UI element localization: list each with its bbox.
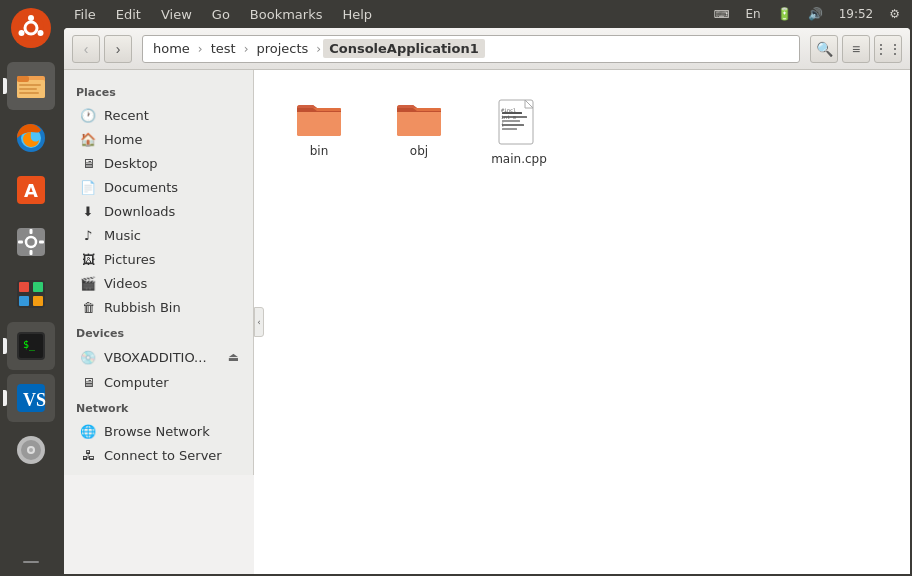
breadcrumb-home[interactable]: home [147,39,196,58]
svg-rect-23 [33,282,43,292]
software-center-button[interactable]: A [7,166,55,214]
dock-bottom-icon [21,547,41,567]
vbox-icon: 💿 [80,349,96,365]
menu-file[interactable]: File [70,5,100,24]
firefox-icon [13,120,49,156]
vs-active-indicator [3,390,7,406]
svg-rect-39 [502,120,520,122]
settings-button[interactable] [7,218,55,266]
rubbish-icon: 🗑 [80,299,96,315]
terminal-button[interactable]: $_ [7,322,55,370]
sidebar-item-music[interactable]: ♪ Music [64,223,253,247]
downloads-icon: ⬇ [80,203,96,219]
content-area: Places 🕐 Recent 🏠 Home 🖥 Desktop 📄 [64,70,910,574]
menu-bookmarks[interactable]: Bookmarks [246,5,327,24]
language-indicator: En [741,5,764,23]
network-header: Network [64,394,253,419]
svg-rect-41 [502,128,517,130]
address-bar: home › test › projects › ConsoleApplicat… [142,35,800,63]
sidebar: Places 🕐 Recent 🏠 Home 🖥 Desktop 📄 [64,70,254,475]
volume-icon: 🔊 [804,5,827,23]
breadcrumb-sep-3: › [316,42,321,56]
obj-folder-icon [395,98,443,138]
svg-rect-19 [18,241,23,244]
breadcrumb-current[interactable]: ConsoleApplication1 [323,39,485,58]
documents-label: Documents [104,180,241,195]
svg-rect-40 [502,124,524,126]
devices-header: Devices [64,319,253,344]
obj-label: obj [410,144,428,158]
view-grid-button[interactable]: ⋮⋮ [874,35,902,63]
application-dock: A $_ [0,0,62,576]
svg-text:VS: VS [23,390,46,410]
toolbar-right: 🔍 ≡ ⋮⋮ [810,35,902,63]
settings-icon [13,224,49,260]
panel-collapse-arrow[interactable]: ‹ [254,307,264,337]
forward-button[interactable]: › [104,35,132,63]
breadcrumb-test[interactable]: test [205,39,242,58]
sidebar-item-pictures[interactable]: 🖼 Pictures [64,247,253,271]
file-item-obj[interactable]: obj [374,90,464,174]
sidebar-item-browse-network[interactable]: 🌐 Browse Network [64,419,253,443]
ubuntu-logo-button[interactable] [7,6,55,54]
terminal-icon: $_ [13,328,49,364]
file-item-main-cpp[interactable]: #incl int m { main.cpp [474,90,564,174]
svg-text:$_: $_ [23,339,36,351]
browse-network-label: Browse Network [104,424,241,439]
files-manager-button[interactable] [7,62,55,110]
visual-studio-button[interactable]: VS [7,374,55,422]
computer-label: Computer [104,375,241,390]
menu-view[interactable]: View [157,5,196,24]
svg-rect-25 [33,296,43,306]
home-label: Home [104,132,241,147]
sidebar-item-videos[interactable]: 🎬 Videos [64,271,253,295]
firefox-button[interactable] [7,114,55,162]
menu-bar: File Edit View Go Bookmarks Help ⌨ En 🔋 … [62,0,912,28]
breadcrumb-sep-1: › [198,42,203,56]
recent-label: Recent [104,108,241,123]
sidebar-item-home[interactable]: 🏠 Home [64,127,253,151]
vbox-label: VBOXADDITIO... [104,350,218,365]
breadcrumb-projects[interactable]: projects [250,39,314,58]
svg-rect-9 [19,88,37,90]
svg-rect-8 [19,84,41,86]
videos-label: Videos [104,276,241,291]
sidebar-item-recent[interactable]: 🕐 Recent [64,103,253,127]
sidebar-wrapper: Places 🕐 Recent 🏠 Home 🖥 Desktop 📄 [64,70,254,574]
menu-help[interactable]: Help [338,5,376,24]
sidebar-item-documents[interactable]: 📄 Documents [64,175,253,199]
cpp-label: main.cpp [491,152,547,166]
color-dash-button[interactable] [7,270,55,318]
sidebar-item-computer[interactable]: 🖥 Computer [64,370,253,394]
svg-text:{: { [501,121,504,127]
software-icon: A [13,172,49,208]
file-item-bin[interactable]: bin [274,90,364,174]
music-label: Music [104,228,241,243]
svg-rect-18 [30,250,33,255]
svg-point-34 [29,448,33,452]
bin-folder-icon [295,98,343,138]
sidebar-item-rubbish[interactable]: 🗑 Rubbish Bin [64,295,253,319]
ubuntu-logo [11,8,51,48]
sidebar-item-desktop[interactable]: 🖥 Desktop [64,151,253,175]
battery-icon: 🔋 [773,5,796,23]
sidebar-item-vbox[interactable]: 💿 VBOXADDITIO... ⏏ [64,344,253,370]
sidebar-item-downloads[interactable]: ⬇ Downloads [64,199,253,223]
back-button[interactable]: ‹ [72,35,100,63]
menu-edit[interactable]: Edit [112,5,145,24]
view-list-button[interactable]: ≡ [842,35,870,63]
system-menu-icon[interactable]: ⚙ [885,5,904,23]
svg-text:A: A [24,180,38,201]
dvd-icon [13,432,49,468]
eject-button[interactable]: ⏏ [226,348,241,366]
search-button[interactable]: 🔍 [810,35,838,63]
cpp-file-icon: #incl int m { [495,98,543,146]
music-icon: ♪ [80,227,96,243]
system-tray: ⌨ En 🔋 🔊 19:52 ⚙ [710,5,904,23]
pictures-label: Pictures [104,252,241,267]
sidebar-item-connect-server[interactable]: 🖧 Connect to Server [64,443,253,467]
dvd-button[interactable] [7,426,55,474]
svg-rect-20 [39,241,44,244]
dock-bottom [21,547,41,570]
menu-go[interactable]: Go [208,5,234,24]
